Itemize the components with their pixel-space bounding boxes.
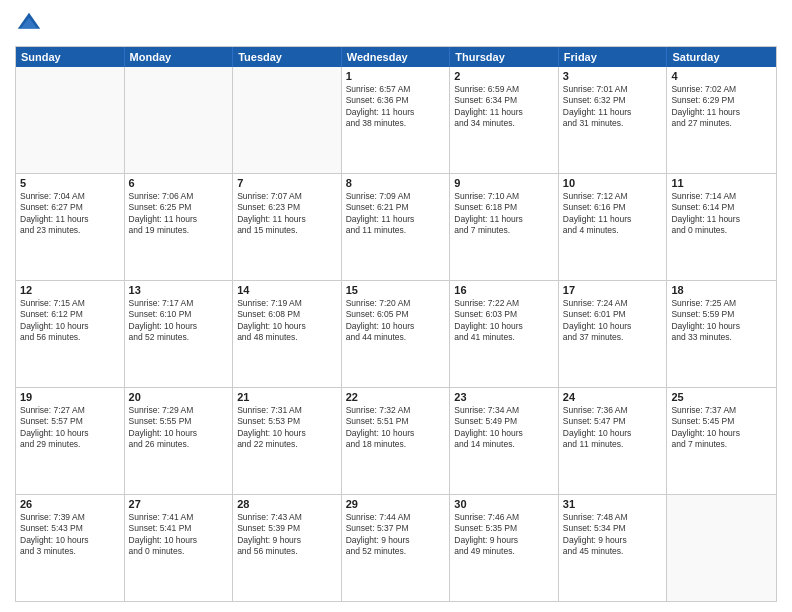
calendar-day-27: 27Sunrise: 7:41 AM Sunset: 5:41 PM Dayli… [125, 495, 234, 601]
day-info: Sunrise: 7:24 AM Sunset: 6:01 PM Dayligh… [563, 298, 663, 344]
header-day-tuesday: Tuesday [233, 47, 342, 67]
header-day-thursday: Thursday [450, 47, 559, 67]
day-info: Sunrise: 7:02 AM Sunset: 6:29 PM Dayligh… [671, 84, 772, 130]
calendar-row-5: 26Sunrise: 7:39 AM Sunset: 5:43 PM Dayli… [16, 494, 776, 601]
day-number: 6 [129, 177, 229, 189]
day-number: 5 [20, 177, 120, 189]
day-number: 30 [454, 498, 554, 510]
day-info: Sunrise: 7:07 AM Sunset: 6:23 PM Dayligh… [237, 191, 337, 237]
day-number: 17 [563, 284, 663, 296]
day-number: 23 [454, 391, 554, 403]
day-info: Sunrise: 7:09 AM Sunset: 6:21 PM Dayligh… [346, 191, 446, 237]
day-number: 28 [237, 498, 337, 510]
day-info: Sunrise: 7:29 AM Sunset: 5:55 PM Dayligh… [129, 405, 229, 451]
calendar-day-30: 30Sunrise: 7:46 AM Sunset: 5:35 PM Dayli… [450, 495, 559, 601]
calendar-day-13: 13Sunrise: 7:17 AM Sunset: 6:10 PM Dayli… [125, 281, 234, 387]
day-number: 20 [129, 391, 229, 403]
calendar-day-9: 9Sunrise: 7:10 AM Sunset: 6:18 PM Daylig… [450, 174, 559, 280]
calendar-day-26: 26Sunrise: 7:39 AM Sunset: 5:43 PM Dayli… [16, 495, 125, 601]
day-info: Sunrise: 7:43 AM Sunset: 5:39 PM Dayligh… [237, 512, 337, 558]
day-number: 12 [20, 284, 120, 296]
day-number: 22 [346, 391, 446, 403]
header-day-saturday: Saturday [667, 47, 776, 67]
day-info: Sunrise: 6:57 AM Sunset: 6:36 PM Dayligh… [346, 84, 446, 130]
day-info: Sunrise: 7:44 AM Sunset: 5:37 PM Dayligh… [346, 512, 446, 558]
day-number: 26 [20, 498, 120, 510]
day-number: 13 [129, 284, 229, 296]
calendar-row-4: 19Sunrise: 7:27 AM Sunset: 5:57 PM Dayli… [16, 387, 776, 494]
calendar-day-6: 6Sunrise: 7:06 AM Sunset: 6:25 PM Daylig… [125, 174, 234, 280]
day-number: 4 [671, 70, 772, 82]
calendar-day-1: 1Sunrise: 6:57 AM Sunset: 6:36 PM Daylig… [342, 67, 451, 173]
calendar-day-18: 18Sunrise: 7:25 AM Sunset: 5:59 PM Dayli… [667, 281, 776, 387]
day-number: 3 [563, 70, 663, 82]
header-day-wednesday: Wednesday [342, 47, 451, 67]
day-number: 16 [454, 284, 554, 296]
day-info: Sunrise: 6:59 AM Sunset: 6:34 PM Dayligh… [454, 84, 554, 130]
calendar-day-23: 23Sunrise: 7:34 AM Sunset: 5:49 PM Dayli… [450, 388, 559, 494]
day-info: Sunrise: 7:19 AM Sunset: 6:08 PM Dayligh… [237, 298, 337, 344]
day-info: Sunrise: 7:25 AM Sunset: 5:59 PM Dayligh… [671, 298, 772, 344]
header-day-friday: Friday [559, 47, 668, 67]
calendar-day-5: 5Sunrise: 7:04 AM Sunset: 6:27 PM Daylig… [16, 174, 125, 280]
calendar-header: SundayMondayTuesdayWednesdayThursdayFrid… [16, 47, 776, 67]
day-info: Sunrise: 7:34 AM Sunset: 5:49 PM Dayligh… [454, 405, 554, 451]
day-number: 27 [129, 498, 229, 510]
day-number: 21 [237, 391, 337, 403]
day-number: 10 [563, 177, 663, 189]
day-number: 8 [346, 177, 446, 189]
day-number: 14 [237, 284, 337, 296]
day-number: 31 [563, 498, 663, 510]
calendar-empty-cell [125, 67, 234, 173]
calendar-empty-cell [667, 495, 776, 601]
day-info: Sunrise: 7:04 AM Sunset: 6:27 PM Dayligh… [20, 191, 120, 237]
day-number: 25 [671, 391, 772, 403]
header-day-sunday: Sunday [16, 47, 125, 67]
calendar-day-2: 2Sunrise: 6:59 AM Sunset: 6:34 PM Daylig… [450, 67, 559, 173]
day-number: 11 [671, 177, 772, 189]
calendar-day-12: 12Sunrise: 7:15 AM Sunset: 6:12 PM Dayli… [16, 281, 125, 387]
header-day-monday: Monday [125, 47, 234, 67]
calendar-day-31: 31Sunrise: 7:48 AM Sunset: 5:34 PM Dayli… [559, 495, 668, 601]
calendar-day-24: 24Sunrise: 7:36 AM Sunset: 5:47 PM Dayli… [559, 388, 668, 494]
page: SundayMondayTuesdayWednesdayThursdayFrid… [0, 0, 792, 612]
calendar-row-2: 5Sunrise: 7:04 AM Sunset: 6:27 PM Daylig… [16, 173, 776, 280]
calendar-day-10: 10Sunrise: 7:12 AM Sunset: 6:16 PM Dayli… [559, 174, 668, 280]
day-info: Sunrise: 7:15 AM Sunset: 6:12 PM Dayligh… [20, 298, 120, 344]
calendar-day-29: 29Sunrise: 7:44 AM Sunset: 5:37 PM Dayli… [342, 495, 451, 601]
day-number: 19 [20, 391, 120, 403]
day-info: Sunrise: 7:37 AM Sunset: 5:45 PM Dayligh… [671, 405, 772, 451]
day-number: 1 [346, 70, 446, 82]
calendar-day-14: 14Sunrise: 7:19 AM Sunset: 6:08 PM Dayli… [233, 281, 342, 387]
day-number: 15 [346, 284, 446, 296]
calendar-day-17: 17Sunrise: 7:24 AM Sunset: 6:01 PM Dayli… [559, 281, 668, 387]
day-info: Sunrise: 7:31 AM Sunset: 5:53 PM Dayligh… [237, 405, 337, 451]
day-number: 29 [346, 498, 446, 510]
day-number: 24 [563, 391, 663, 403]
calendar-row-3: 12Sunrise: 7:15 AM Sunset: 6:12 PM Dayli… [16, 280, 776, 387]
day-number: 18 [671, 284, 772, 296]
day-info: Sunrise: 7:39 AM Sunset: 5:43 PM Dayligh… [20, 512, 120, 558]
calendar-day-7: 7Sunrise: 7:07 AM Sunset: 6:23 PM Daylig… [233, 174, 342, 280]
calendar-row-1: 1Sunrise: 6:57 AM Sunset: 6:36 PM Daylig… [16, 67, 776, 173]
day-number: 7 [237, 177, 337, 189]
calendar-day-15: 15Sunrise: 7:20 AM Sunset: 6:05 PM Dayli… [342, 281, 451, 387]
calendar-day-16: 16Sunrise: 7:22 AM Sunset: 6:03 PM Dayli… [450, 281, 559, 387]
calendar-day-20: 20Sunrise: 7:29 AM Sunset: 5:55 PM Dayli… [125, 388, 234, 494]
calendar-day-3: 3Sunrise: 7:01 AM Sunset: 6:32 PM Daylig… [559, 67, 668, 173]
calendar-empty-cell [16, 67, 125, 173]
day-number: 9 [454, 177, 554, 189]
calendar-day-21: 21Sunrise: 7:31 AM Sunset: 5:53 PM Dayli… [233, 388, 342, 494]
calendar-day-11: 11Sunrise: 7:14 AM Sunset: 6:14 PM Dayli… [667, 174, 776, 280]
calendar-day-8: 8Sunrise: 7:09 AM Sunset: 6:21 PM Daylig… [342, 174, 451, 280]
calendar-day-19: 19Sunrise: 7:27 AM Sunset: 5:57 PM Dayli… [16, 388, 125, 494]
day-info: Sunrise: 7:46 AM Sunset: 5:35 PM Dayligh… [454, 512, 554, 558]
day-info: Sunrise: 7:20 AM Sunset: 6:05 PM Dayligh… [346, 298, 446, 344]
calendar-day-22: 22Sunrise: 7:32 AM Sunset: 5:51 PM Dayli… [342, 388, 451, 494]
day-info: Sunrise: 7:32 AM Sunset: 5:51 PM Dayligh… [346, 405, 446, 451]
calendar-day-4: 4Sunrise: 7:02 AM Sunset: 6:29 PM Daylig… [667, 67, 776, 173]
day-info: Sunrise: 7:27 AM Sunset: 5:57 PM Dayligh… [20, 405, 120, 451]
day-number: 2 [454, 70, 554, 82]
day-info: Sunrise: 7:48 AM Sunset: 5:34 PM Dayligh… [563, 512, 663, 558]
header [15, 10, 777, 38]
